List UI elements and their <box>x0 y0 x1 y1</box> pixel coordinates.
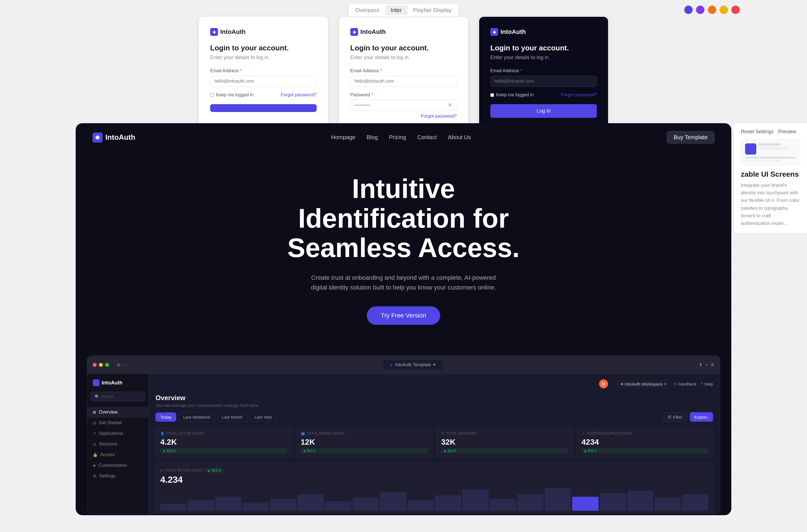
customization-icon: ◈ <box>93 463 96 468</box>
export-button[interactable]: Export↓ <box>690 412 713 422</box>
hero-title-line3: Seamless Access. <box>287 233 519 263</box>
chart-label-icon: ◎ <box>160 469 163 472</box>
chart-bar-16 <box>600 493 626 511</box>
color-dot-blue[interactable] <box>684 6 693 14</box>
preview-logo-icon <box>745 144 756 155</box>
filter-actions: ⊟ Filter Export↓ <box>663 412 713 422</box>
reset-settings-label[interactable]: Reset Settings <box>741 129 774 135</box>
help-button[interactable]: ? Help <box>701 382 713 386</box>
help-icon: ? <box>701 382 703 386</box>
browser-tab-bar: ◈ IntoAuth Template ✦ <box>132 360 694 369</box>
sidebar-item-getstarted[interactable]: ◎ Get Started <box>87 417 148 428</box>
browser-share-icon[interactable]: ⬆ <box>699 362 702 367</box>
window-icon-forward[interactable]: › <box>126 363 128 367</box>
stat-card-added-users: 👥 TOTAL ADDED USERS 12K ▲ $11.1 <box>296 427 433 457</box>
preview-line-2 <box>758 147 789 150</box>
preview-label[interactable]: Preview <box>778 129 796 135</box>
nav-link-contact[interactable]: Contact <box>417 134 437 140</box>
chart-bar-4 <box>270 499 296 511</box>
browser-more-icon[interactable]: ⊕ <box>711 362 714 367</box>
feedback-button[interactable]: ◻ Feedback <box>674 382 697 386</box>
buy-template-button[interactable]: Buy Template <box>667 131 715 144</box>
window-icon-grid[interactable]: ⊞ <box>117 363 120 367</box>
card-3-keep-logged[interactable]: Keep me logged in <box>490 92 533 97</box>
nav-logo-icon <box>92 132 103 142</box>
chart-change: ▲ $12.8 <box>205 468 223 473</box>
filter-tab-today[interactable]: Today <box>155 413 176 422</box>
nav-link-about[interactable]: About Us <box>448 134 471 140</box>
preview-bar-1 <box>745 157 796 158</box>
font-tab-playfair[interactable]: Playfair Display <box>407 5 457 15</box>
card-3-login-button[interactable]: Log In <box>490 104 597 118</box>
stat-change-sessions: ▲ $12.5 <box>441 448 568 453</box>
stat-label-sessions: ⏱ TOTAL SESSIONS <box>441 432 568 435</box>
search-icon: 🔍 <box>95 395 99 399</box>
nav-link-pricing[interactable]: Pricing <box>389 134 406 140</box>
card-1-checkbox[interactable] <box>210 93 214 97</box>
workspace-icon: ◈ <box>621 382 623 386</box>
sidebar-item-sessions[interactable]: ◷ Sessions <box>87 439 148 450</box>
font-tab-inter[interactable]: Inter <box>385 5 407 15</box>
try-free-button[interactable]: Try Free Version <box>367 306 440 325</box>
filter-tab-lastyear[interactable]: Last Year <box>250 413 277 422</box>
sidebar-item-overview[interactable]: ⊞ Overview <box>87 407 148 417</box>
stat-value-active-users: 4.2K <box>160 438 287 446</box>
card-2-title: Login to your account. <box>350 44 457 52</box>
preview-content <box>758 144 796 155</box>
dashboard-layout: IntoAuth 🔍 Search... ⊞ Overview ◎ Get St… <box>87 374 720 514</box>
color-dot-orange[interactable] <box>708 6 716 14</box>
divider <box>612 381 613 387</box>
card-1-email-input[interactable] <box>210 76 317 87</box>
card-2-email-input[interactable] <box>350 76 457 87</box>
hero-title-line2: Identification for <box>298 203 509 233</box>
preview-card-header <box>745 144 796 155</box>
sidebar-logo-text: IntoAuth <box>102 380 123 386</box>
browser-dots <box>93 363 109 367</box>
card-3-email-label: Email Address * <box>490 68 597 73</box>
sidebar-item-access[interactable]: 🔒 Access <box>87 450 148 460</box>
card-1-keep-logged[interactable]: Keep me logged in <box>210 92 253 97</box>
sidebar-item-applications[interactable]: ↗ Applications <box>87 428 148 439</box>
window-icon-back[interactable]: ‹ <box>123 363 124 367</box>
chart-bar-13 <box>517 494 544 511</box>
stat-value-applications: 4234 <box>582 438 708 446</box>
chart-bar-18 <box>655 498 681 511</box>
filter-icon: ⊟ <box>668 414 672 419</box>
card-1-forgot-link[interactable]: Forgot password? <box>281 92 317 97</box>
card-3-email-input[interactable] <box>490 76 597 87</box>
filter-button[interactable]: ⊟ Filter <box>663 412 687 422</box>
card-2-forgot-link[interactable]: Forgot password? <box>421 114 457 118</box>
card-2-password-label: Password * <box>350 92 457 97</box>
color-dot-red[interactable] <box>731 6 740 14</box>
color-dot-yellow[interactable] <box>719 6 728 14</box>
sidebar-item-settings[interactable]: ⚙ Settings <box>87 471 148 481</box>
filter-tab-lastweekend[interactable]: Last Weekend <box>179 413 215 422</box>
color-dot-purple[interactable] <box>696 6 704 14</box>
chart-label: ◎ TOTAL ACTIVE USERS ▲ $12.8 <box>160 468 708 473</box>
sidebar-search[interactable]: 🔍 Search... <box>91 392 145 401</box>
help-label: Help <box>704 382 713 386</box>
sidebar-logo: IntoAuth <box>87 379 148 392</box>
chart-value: 4.234 <box>160 475 708 485</box>
card-1-subtitle: Enter your details to log in. <box>210 55 317 60</box>
eye-icon[interactable]: 👁 <box>448 102 453 108</box>
hero-title-line1: Intuitive <box>352 174 455 204</box>
stat-value-added-users: 12K <box>301 438 427 446</box>
chart-bar-3 <box>243 502 269 511</box>
browser-add-icon[interactable]: + <box>705 362 708 367</box>
nav-link-blog[interactable]: Blog <box>367 134 378 140</box>
nav-link-homepage[interactable]: Hompage <box>331 134 355 140</box>
card-1-login-button[interactable] <box>210 104 317 112</box>
card-2-email-label: Email Address * <box>350 68 457 73</box>
card-3-forgot-link[interactable]: Forgot password? <box>561 92 597 97</box>
browser-tab[interactable]: ◈ IntoAuth Template ✦ <box>383 360 442 369</box>
stat-card-active-users: 👤 TOTAL ACTIVE USERS 4.2K ▲ $12.8 <box>155 427 292 457</box>
card-3-checkbox[interactable] <box>490 93 494 97</box>
filter-tab-lastmonth[interactable]: Last Month <box>217 413 247 422</box>
sessions-icon: ◷ <box>93 442 96 446</box>
font-tab-overpass[interactable]: Overpass <box>350 5 385 15</box>
workspace-selector[interactable]: ◈ IntoAuth Workspace ▾ <box>617 380 669 388</box>
chart-bar-15 <box>572 497 599 511</box>
sidebar-item-customization[interactable]: ◈ Customization <box>87 460 148 471</box>
card-2-password-input[interactable] <box>350 100 457 111</box>
